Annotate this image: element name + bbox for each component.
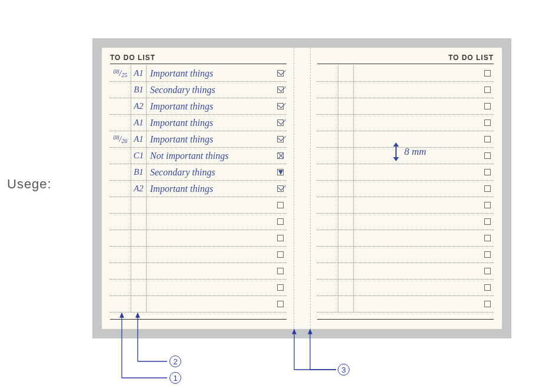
check-cell	[274, 235, 287, 241]
priority-cell	[338, 280, 354, 295]
date-cell	[110, 98, 131, 114]
usage-label: Usege:	[7, 177, 52, 192]
list-row: A1Important things	[110, 115, 287, 131]
list-row: A2Important things	[110, 181, 287, 197]
checkbox-icon	[484, 103, 491, 109]
check-cell	[481, 119, 494, 126]
measure-label: 8 mm	[404, 146, 426, 158]
priority-cell	[131, 214, 147, 230]
checkbox-icon	[277, 268, 284, 274]
priority-cell: C1	[131, 148, 147, 164]
checkbox-icon	[484, 235, 491, 241]
checkbox-icon	[277, 284, 284, 291]
list-row	[110, 280, 287, 296]
list-row	[317, 197, 494, 214]
checkbox-icon	[277, 103, 284, 109]
checkbox-icon	[277, 87, 284, 93]
priority-cell: A2	[131, 181, 147, 197]
date-cell	[317, 296, 338, 312]
priority-cell	[338, 296, 354, 312]
date-cell	[110, 230, 131, 246]
date-cell: 08/26	[110, 131, 131, 147]
list-row	[317, 247, 494, 263]
left-rows: 08/25A1Important thingsB1Secondary thing…	[110, 65, 287, 313]
check-cell	[274, 103, 287, 109]
check-cell	[481, 251, 494, 258]
date-cell	[110, 181, 131, 197]
check-cell	[481, 301, 494, 307]
checkbox-icon	[277, 152, 284, 159]
priority-cell	[131, 296, 147, 312]
date-cell	[110, 263, 131, 279]
check-cell	[274, 87, 287, 93]
date-cell	[317, 247, 338, 263]
date-cell	[317, 214, 338, 230]
check-cell	[274, 169, 287, 175]
priority-cell	[338, 263, 354, 279]
checkbox-icon	[277, 169, 284, 175]
priority-cell: A1	[131, 65, 147, 81]
checkbox-icon	[484, 185, 491, 192]
checkbox-icon	[277, 185, 284, 192]
priority-cell: A2	[131, 98, 147, 114]
priority-cell	[131, 230, 147, 246]
callout-2-number: 2	[169, 356, 181, 367]
checkbox-icon	[484, 152, 491, 159]
priority-cell	[338, 164, 354, 180]
check-cell	[481, 185, 494, 192]
date-cell	[317, 98, 338, 114]
checkbox-icon	[484, 284, 491, 291]
check-cell	[274, 284, 287, 291]
date-cell	[110, 82, 131, 98]
check-cell	[274, 119, 287, 126]
checkbox-icon	[484, 202, 491, 208]
list-row: C1Not important things	[110, 148, 287, 164]
date-cell	[110, 115, 131, 131]
date-cell	[110, 296, 131, 312]
callout-1-number: 1	[169, 372, 181, 384]
notebook-frame: TO DO LIST 08/25A1Important thingsB1Seco…	[92, 38, 511, 338]
list-row: B1Secondary things	[110, 164, 287, 181]
task-cell: Important things	[147, 68, 274, 79]
list-row: 08/26A1Important things	[110, 131, 287, 148]
list-row	[110, 214, 287, 230]
right-footer-rule	[317, 319, 494, 320]
checkbox-icon	[484, 70, 491, 77]
task-cell: Not important things	[147, 151, 274, 161]
check-cell	[481, 87, 494, 93]
date-cell	[317, 230, 338, 246]
checkbox-icon	[277, 235, 284, 241]
check-cell	[481, 70, 494, 77]
date-cell	[110, 280, 131, 295]
date-cell	[317, 65, 338, 81]
date-cell	[110, 197, 131, 213]
priority-cell	[338, 131, 354, 147]
priority-cell	[338, 247, 354, 263]
priority-cell: B1	[131, 82, 147, 98]
list-row: 08/25A1Important things	[110, 65, 287, 82]
date-cell	[317, 181, 338, 197]
date-cell: 08/25	[110, 65, 131, 81]
right-header: TO DO LIST	[317, 54, 494, 64]
priority-cell	[131, 263, 147, 279]
list-row	[317, 82, 494, 98]
priority-cell	[131, 247, 147, 263]
list-row	[317, 296, 494, 313]
check-cell	[481, 235, 494, 241]
callout-2: 2	[169, 356, 181, 367]
checkbox-icon	[484, 169, 491, 175]
checkbox-icon	[484, 268, 491, 274]
list-row	[317, 230, 494, 247]
check-cell	[481, 284, 494, 291]
list-row	[317, 115, 494, 131]
check-cell	[481, 268, 494, 274]
callout-1: 1	[169, 372, 181, 384]
priority-cell	[338, 181, 354, 197]
priority-cell	[338, 82, 354, 98]
task-cell: Important things	[147, 101, 274, 112]
check-cell	[274, 70, 287, 77]
check-cell	[481, 202, 494, 208]
notebook: TO DO LIST 08/25A1Important thingsB1Seco…	[102, 48, 502, 329]
callout-3: 3	[338, 364, 350, 376]
priority-cell	[338, 65, 354, 81]
